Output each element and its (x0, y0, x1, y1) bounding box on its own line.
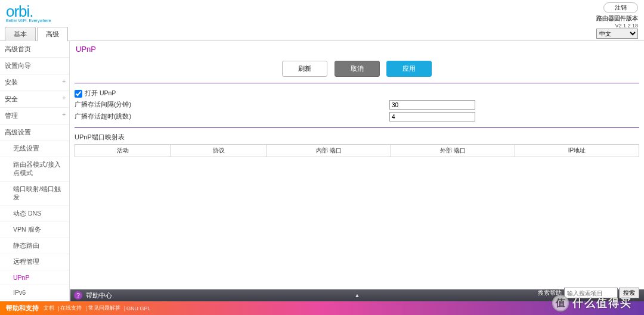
expand-up-icon[interactable]: ▲ (355, 292, 360, 298)
sidebar-sub-vpn[interactable]: VPN 服务 (0, 222, 69, 238)
apply-button[interactable]: 应用 (386, 61, 432, 77)
language-select[interactable]: 中文 (596, 29, 638, 39)
sidebar-sub-wireless[interactable]: 无线设置 (0, 141, 69, 157)
sidebar-item-install[interactable]: 安装 (0, 74, 69, 91)
col-active: 活动 (75, 145, 171, 157)
footer-link-faq[interactable]: 常见问题解答 (88, 304, 120, 312)
adv-ttl-input[interactable] (389, 112, 475, 121)
tab-basic[interactable]: 基本 (5, 27, 36, 41)
help-label: 帮助中心 (86, 291, 112, 300)
upnp-enable-label: 打开 UPnP (85, 89, 116, 98)
upnp-enable-checkbox[interactable] (75, 90, 82, 98)
divider (75, 83, 639, 83)
sidebar-sub-static-route[interactable]: 静态路由 (0, 238, 69, 254)
portmap-table: 活动 协议 内部 端口 外部 端口 IP地址 (75, 144, 639, 157)
col-protocol: 协议 (171, 145, 267, 157)
help-icon: ? (74, 291, 82, 300)
sidebar-sub-upnp[interactable]: UPnP (0, 270, 69, 285)
adv-period-input[interactable] (389, 100, 475, 110)
adv-ttl-label: 广播存活超时(跳数) (75, 113, 389, 121)
footer-link-gpl[interactable]: GNU GPL (126, 305, 151, 311)
portmap-title: UPnP端口映射表 (75, 133, 639, 142)
divider (75, 127, 639, 128)
logout-button[interactable]: 注销 (603, 2, 638, 13)
sidebar-item-setup-wizard[interactable]: 设置向导 (0, 58, 69, 74)
sidebar-sub-ddns[interactable]: 动态 DNS (0, 206, 69, 222)
page-title: UPnP (75, 43, 639, 57)
sidebar: 高级首页 设置向导 安装 安全 管理 高级设置 无线设置 路由器模式/接入点模式… (0, 41, 70, 303)
tab-advanced[interactable]: 高级 (37, 27, 68, 41)
sidebar-sub-port-forwarding[interactable]: 端口映射/端口触发 (0, 182, 69, 206)
sidebar-sub-remote-mgmt[interactable]: 远程管理 (0, 254, 69, 270)
refresh-button[interactable]: 刷新 (282, 61, 327, 77)
sidebar-sub-router-mode[interactable]: 路由器模式/接入点模式 (0, 157, 69, 182)
sidebar-item-adv-settings[interactable]: 高级设置 (0, 124, 69, 141)
sidebar-item-security[interactable]: 安全 (0, 91, 69, 108)
search-button[interactable]: 搜索 (619, 288, 639, 298)
sidebar-sub-ipv6[interactable]: IPv6 (0, 285, 69, 300)
cancel-button[interactable]: 取消 (335, 61, 380, 77)
adv-period-label: 广播存活间隔(分钟) (75, 101, 389, 109)
sidebar-item-home[interactable]: 高级首页 (0, 41, 69, 58)
firmware-label: 路由器固件版本 (596, 14, 638, 23)
col-ip: IP地址 (515, 145, 639, 157)
firmware-version: V2.1.2.18 (596, 23, 638, 29)
brand-tagline: Better WiFi. Everywhere (6, 18, 51, 23)
sidebar-item-admin[interactable]: 管理 (0, 108, 69, 124)
footer-link-online[interactable]: 在线支持 (60, 304, 82, 312)
main-tabs: 基本 高级 (0, 26, 644, 41)
col-int-port: 内部 端口 (267, 145, 391, 157)
search-pretext: 搜索帮助 (538, 289, 562, 297)
col-ext-port: 外部 端口 (391, 145, 515, 157)
footer: 帮助和支持 文档| 在线支持| 常见问题解答| GNU GPL (0, 301, 644, 315)
footer-link-docs[interactable]: 文档 (44, 304, 54, 312)
search-input[interactable] (564, 288, 618, 298)
footer-support-label: 帮助和支持 (6, 304, 39, 313)
